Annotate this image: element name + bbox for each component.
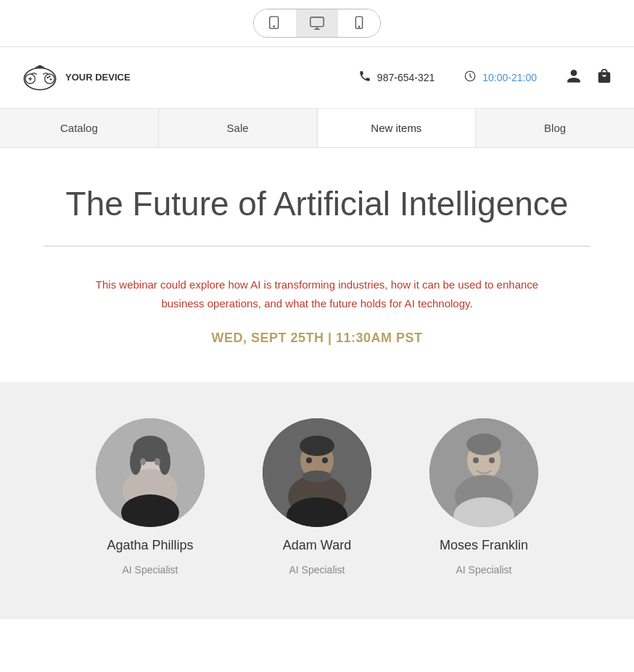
event-time: WED, SEPT 25TH | 11:30AM PST <box>44 331 590 346</box>
speaker-3-avatar <box>429 418 538 527</box>
svg-point-14 <box>49 75 51 78</box>
nav-new-items[interactable]: New items <box>318 109 477 147</box>
phone-number: 987-654-321 <box>377 72 435 83</box>
svg-point-25 <box>155 458 160 465</box>
svg-point-22 <box>130 449 141 475</box>
svg-rect-2 <box>310 17 324 27</box>
main-content: The Future of Artificial Intelligence Th… <box>0 148 634 346</box>
speaker-1-avatar <box>96 418 205 527</box>
nav-sale[interactable]: Sale <box>159 109 318 147</box>
hours-contact: 10:00-21:00 <box>464 70 537 86</box>
phone-icon <box>358 70 371 86</box>
logo-icon <box>22 58 58 97</box>
nav-catalog[interactable]: Catalog <box>0 109 159 147</box>
hours-text: 10:00-21:00 <box>482 72 537 83</box>
device-bar <box>0 0 634 47</box>
speaker-3-role: AI Specialist <box>456 564 511 576</box>
svg-point-38 <box>466 434 501 455</box>
speaker-1-name: Agatha Phillips <box>107 538 193 553</box>
speaker-2-name: Adam Ward <box>283 538 351 553</box>
svg-point-41 <box>489 457 495 463</box>
logo-text: YOUR DEVICE <box>65 72 131 84</box>
svg-point-30 <box>300 436 334 456</box>
speaker-2: Adam Ward AI Specialist <box>263 418 371 576</box>
svg-point-40 <box>473 457 479 463</box>
page-title: The Future of Artificial Intelligence <box>44 184 590 224</box>
user-icon[interactable] <box>566 68 582 87</box>
svg-point-9 <box>45 74 54 83</box>
svg-point-33 <box>306 457 312 463</box>
logo: YOUR DEVICE <box>22 58 131 97</box>
clock-icon <box>464 70 477 86</box>
speaker-3-name: Moses Franklin <box>440 538 528 553</box>
nav-blog[interactable]: Blog <box>476 109 634 147</box>
divider <box>44 246 590 246</box>
speaker-2-role: AI Specialist <box>289 564 345 576</box>
speaker-1: Agatha Phillips AI Specialist <box>96 418 205 576</box>
svg-point-12 <box>47 77 49 79</box>
speaker-2-avatar <box>263 418 371 527</box>
svg-point-1 <box>273 26 274 27</box>
svg-point-34 <box>322 457 328 463</box>
speakers-section: Agatha Phillips AI Specialist Adam Ward … <box>0 382 634 619</box>
header-icons <box>566 68 612 87</box>
svg-point-31 <box>302 470 332 482</box>
phone-contact: 987-654-321 <box>358 70 435 86</box>
svg-point-24 <box>140 458 146 465</box>
main-nav: Catalog Sale New items Blog <box>0 109 634 148</box>
speaker-3: Moses Franklin AI Specialist <box>429 418 538 576</box>
device-selector <box>253 9 381 38</box>
speaker-1-role: AI Specialist <box>122 564 178 576</box>
tablet-device-button[interactable] <box>254 9 296 37</box>
svg-point-13 <box>50 78 52 80</box>
svg-point-23 <box>159 449 170 475</box>
cart-icon[interactable] <box>596 68 612 87</box>
mobile-device-button[interactable] <box>338 9 380 37</box>
desktop-device-button[interactable] <box>296 9 338 37</box>
svg-point-6 <box>358 26 359 27</box>
header: YOUR DEVICE 987-654-321 10:00-21:00 <box>0 47 634 109</box>
description: This webinar could explore how AI is tra… <box>85 275 549 312</box>
